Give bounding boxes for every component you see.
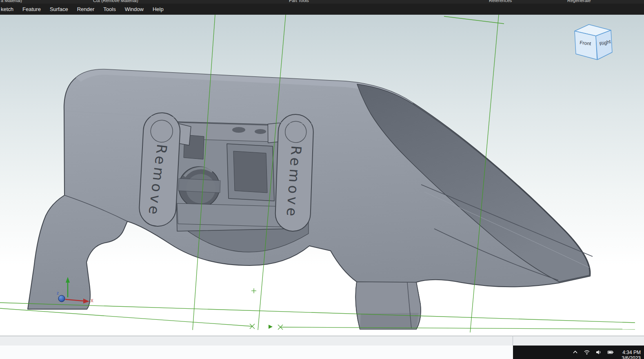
toolbar-button-regenerate[interactable]: Regenerate [567, 0, 591, 3]
tray-chevron-up-icon[interactable] [572, 349, 578, 356]
menu-help[interactable]: Help [148, 6, 168, 12]
sketch-line-b2 [0, 308, 252, 326]
menu-window[interactable]: Window [120, 6, 148, 12]
view-cube-front-label: Front [580, 40, 592, 47]
sketch-point-plus [251, 288, 256, 293]
view-cube[interactable]: Front Right [575, 25, 612, 60]
plate-slot-1 [232, 127, 245, 133]
viewport-canvas[interactable]: Remove Remove [0, 15, 644, 336]
taskbar-clock[interactable]: 4:34 PM 3/6/2023 [622, 346, 641, 359]
clock-date: 3/6/2023 [622, 355, 641, 359]
bottom-window-area [0, 346, 513, 359]
sketch-line-diag [444, 16, 504, 24]
toolbar-button-cut-remove-material[interactable]: Cut (Remove Material) [93, 0, 138, 3]
x-axis-label: X [91, 299, 93, 303]
menu-tools[interactable]: Tools [99, 6, 120, 12]
sketch-arrow [269, 325, 273, 329]
status-bar [0, 336, 644, 346]
plate-slot-2 [255, 129, 266, 134]
menu-surface[interactable]: Surface [45, 6, 73, 12]
windows-taskbar: 4:34 PM 3/6/2023 [513, 346, 644, 359]
viewport[interactable]: Remove Remove [0, 15, 644, 336]
plate-lower-bar [177, 203, 290, 227]
toolbar-group-part-tools: Part Tools [289, 0, 309, 3]
origin-sphere [58, 295, 65, 302]
speaker-icon[interactable] [595, 349, 602, 356]
battery-icon[interactable] [607, 349, 614, 356]
toolbar-button-add-material[interactable]: a Material) [1, 0, 22, 3]
pocket-hole [233, 151, 267, 193]
sketch-line-b3 [280, 327, 635, 329]
menu-feature[interactable]: Feature [18, 6, 45, 12]
wifi-icon[interactable] [584, 349, 590, 356]
toolbar-strip: a Material) Cut (Remove Material) Part T… [0, 0, 644, 4]
status-divider [513, 336, 513, 346]
sketch-line-b1 [0, 303, 635, 323]
app-window: a Material) Cut (Remove Material) Part T… [0, 0, 644, 359]
menu-render[interactable]: Render [73, 6, 99, 12]
pin-slot [178, 178, 220, 193]
z-axis-label: z [57, 291, 59, 295]
menu-sketch[interactable]: ketch [0, 6, 18, 12]
clock-time: 4:34 PM [622, 350, 641, 355]
cad-model[interactable]: Remove Remove [28, 69, 593, 329]
menu-bar: ketch Feature Surface Render Tools Windo… [0, 4, 644, 15]
toolbar-button-references[interactable]: References [489, 0, 512, 3]
